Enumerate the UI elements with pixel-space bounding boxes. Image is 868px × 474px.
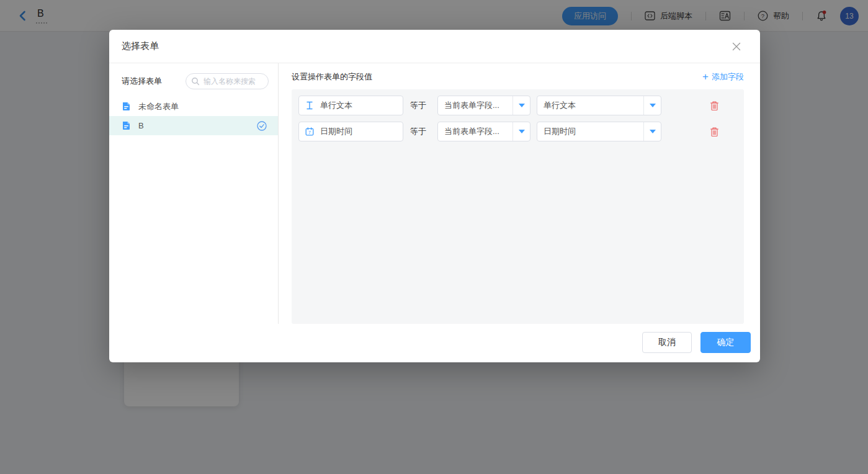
panel-title: 设置操作表单的字段值 — [292, 71, 372, 83]
value-source-value: 当前表单字段... — [438, 100, 512, 111]
form-item-label: B — [138, 121, 144, 130]
field-mapping-row: 单行文本 等于 当前表单字段... 单行文本 — [298, 96, 737, 115]
form-item-label: 未命名表单 — [138, 101, 179, 112]
target-field-box: 7 日期时间 — [298, 122, 403, 141]
target-field-label: 日期时间 — [320, 126, 352, 137]
close-icon — [732, 42, 741, 51]
plus-icon: + — [702, 73, 709, 81]
operator-label: 等于 — [410, 100, 437, 111]
form-list-item[interactable]: 未命名表单 — [109, 97, 278, 116]
text-field-icon — [305, 101, 314, 110]
value-source-select[interactable]: 当前表单字段... — [437, 122, 530, 141]
dialog-footer: 取消 确定 — [109, 324, 760, 362]
form-list: 未命名表单 B — [109, 97, 278, 135]
confirm-button[interactable]: 确定 — [700, 332, 751, 353]
caret-down-icon — [650, 130, 656, 133]
select-arrow — [643, 122, 661, 141]
select-form-dialog: 选择表单 请选择表单 — [109, 30, 760, 362]
form-list-item-selected[interactable]: B — [109, 116, 278, 135]
dialog-title: 选择表单 — [122, 40, 159, 52]
close-button[interactable] — [730, 40, 743, 53]
trash-icon — [710, 127, 719, 137]
form-file-icon — [122, 121, 131, 130]
source-field-value: 单行文本 — [537, 100, 643, 111]
source-field-select[interactable]: 日期时间 — [537, 122, 661, 141]
delete-row-button[interactable] — [710, 101, 719, 111]
sidebar-top-row: 请选择表单 — [109, 63, 278, 97]
calendar-icon: 7 — [305, 127, 314, 136]
trash-icon — [710, 101, 719, 111]
target-field-box: 单行文本 — [298, 96, 403, 115]
source-field-select[interactable]: 单行文本 — [537, 96, 661, 115]
caret-down-icon — [519, 104, 525, 107]
form-file-icon — [122, 102, 131, 111]
delete-row-button[interactable] — [710, 127, 719, 137]
select-arrow — [512, 122, 530, 141]
cancel-button[interactable]: 取消 — [642, 332, 692, 353]
add-field-label: 添加字段 — [712, 71, 744, 83]
value-source-select[interactable]: 当前表单字段... — [437, 96, 530, 115]
field-mapping-panel: 设置操作表单的字段值 + 添加字段 单行文本 等于 — [279, 63, 760, 324]
svg-text:7: 7 — [308, 130, 311, 135]
caret-down-icon — [650, 104, 656, 107]
search-input[interactable] — [186, 73, 269, 89]
source-field-value: 日期时间 — [537, 126, 643, 137]
sidebar-label: 请选择表单 — [122, 76, 162, 87]
select-arrow — [512, 96, 530, 115]
field-rows-container: 单行文本 等于 当前表单字段... 单行文本 — [292, 89, 744, 324]
field-mapping-row: 7 日期时间 等于 当前表单字段... 日期时间 — [298, 122, 737, 141]
value-source-value: 当前表单字段... — [438, 126, 512, 137]
form-list-sidebar: 请选择表单 未命名表单 — [109, 63, 279, 324]
operator-label: 等于 — [410, 126, 437, 137]
target-field-label: 单行文本 — [320, 100, 352, 111]
caret-down-icon — [519, 130, 525, 133]
check-circle-icon — [257, 121, 267, 131]
dialog-body: 请选择表单 未命名表单 — [109, 63, 760, 324]
dialog-header: 选择表单 — [109, 30, 760, 63]
panel-header: 设置操作表单的字段值 + 添加字段 — [292, 65, 744, 89]
add-field-button[interactable]: + 添加字段 — [702, 71, 744, 83]
select-arrow — [643, 96, 661, 115]
search-box — [186, 73, 269, 89]
